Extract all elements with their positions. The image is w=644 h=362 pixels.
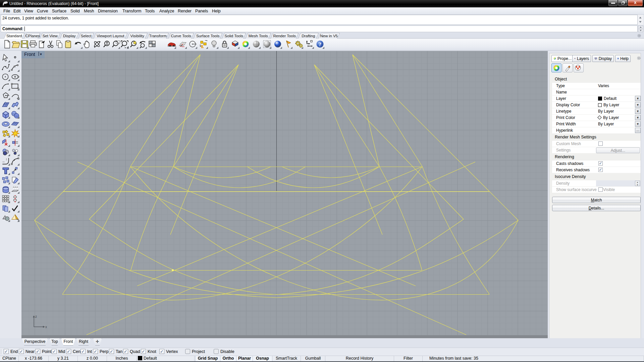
svg-text:z: z	[35, 315, 37, 318]
svg-text:?: ?	[319, 42, 321, 47]
svg-text:x: x	[45, 325, 47, 329]
